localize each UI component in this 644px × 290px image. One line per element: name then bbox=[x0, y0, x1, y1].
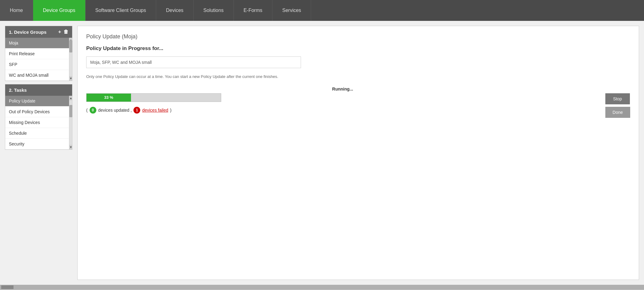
top-navigation: Home Device Groups Software Client Group… bbox=[0, 0, 644, 21]
progress-left: Running... 33 % ( 0 devices updated , 1 … bbox=[86, 87, 599, 114]
progress-label: Running... bbox=[86, 87, 599, 91]
status-line: ( 0 devices updated , 1 devices failed ) bbox=[86, 107, 599, 114]
sidebar-item-missing-devices[interactable]: Missing Devices bbox=[5, 117, 69, 128]
devices-failed-link[interactable]: devices failed bbox=[142, 108, 168, 113]
nav-devices[interactable]: Devices bbox=[156, 0, 194, 21]
sidebar-section2-title: 2. Tasks bbox=[9, 87, 27, 93]
scroll-up-arrow2[interactable]: ▲ bbox=[69, 96, 72, 100]
stop-button[interactable]: Stop bbox=[605, 93, 630, 104]
sidebar-item-schedule[interactable]: Schedule bbox=[5, 128, 69, 139]
progress-bar-container: 33 % bbox=[86, 93, 221, 102]
bottom-scrollbar-thumb[interactable] bbox=[1, 285, 13, 289]
sidebar-section1-scrollbar[interactable]: ▲ ▼ bbox=[69, 38, 72, 81]
sidebar-item-wc-moja-small[interactable]: WC and MOJA small bbox=[5, 70, 69, 81]
nav-solutions[interactable]: Solutions bbox=[194, 0, 234, 21]
scroll-thumb[interactable] bbox=[69, 40, 72, 52]
sidebar-section2-header: 2. Tasks bbox=[5, 84, 72, 96]
sidebar-section1-icons: + 🗑 bbox=[58, 29, 68, 35]
done-button[interactable]: Done bbox=[605, 107, 630, 118]
nav-home[interactable]: Home bbox=[0, 0, 33, 21]
sidebar-section1-list: Moja Print Release SFP WC and MOJA small bbox=[5, 38, 69, 81]
scroll-down-arrow2[interactable]: ▼ bbox=[69, 145, 72, 149]
scroll-down-arrow[interactable]: ▼ bbox=[69, 76, 72, 81]
sidebar-section2-scrollbar[interactable]: ▲ ▼ bbox=[69, 96, 72, 149]
progress-bar-fill: 33 % bbox=[87, 94, 131, 102]
progress-text: 33 % bbox=[104, 95, 113, 100]
content-area: Policy Update (Moja) Policy Update in Pr… bbox=[77, 26, 639, 280]
status-middle: devices updated , bbox=[98, 108, 132, 113]
nav-e-forms[interactable]: E-Forms bbox=[234, 0, 272, 21]
nav-software-client-groups[interactable]: Software Client Groups bbox=[86, 0, 156, 21]
sidebar-section-device-groups: 1. Device Groups + 🗑 Moja Print Release … bbox=[5, 26, 72, 81]
sidebar-item-policy-update[interactable]: Policy Update bbox=[5, 96, 69, 106]
policy-note: Only one Policy Update can occur at a ti… bbox=[86, 74, 295, 80]
content-subtitle: Policy Update in Progress for... bbox=[86, 45, 630, 52]
sidebar-section1-scroll-wrapper: Moja Print Release SFP WC and MOJA small… bbox=[5, 38, 72, 81]
sidebar-item-sfp[interactable]: SFP bbox=[5, 59, 69, 70]
action-buttons: Stop Done bbox=[605, 93, 630, 118]
sidebar-item-security[interactable]: Security bbox=[5, 139, 69, 149]
sidebar-section1-header: 1. Device Groups + 🗑 bbox=[5, 26, 72, 38]
delete-icon[interactable]: 🗑 bbox=[64, 29, 68, 35]
nav-services[interactable]: Services bbox=[272, 0, 311, 21]
devices-updated-badge: 0 bbox=[90, 107, 96, 114]
content-title: Policy Update (Moja) bbox=[86, 33, 630, 40]
sidebar-section-tasks: 2. Tasks Policy Update Out of Policy Dev… bbox=[5, 84, 72, 150]
sidebar-item-print-release[interactable]: Print Release bbox=[5, 48, 69, 59]
status-prefix: ( bbox=[86, 108, 88, 113]
main-container: 1. Device Groups + 🗑 Moja Print Release … bbox=[0, 21, 644, 285]
nav-device-groups[interactable]: Device Groups bbox=[33, 0, 86, 21]
status-suffix: ) bbox=[170, 108, 172, 113]
sidebar-section2-list: Policy Update Out of Policy Devices Miss… bbox=[5, 96, 69, 149]
sidebar-section1-title: 1. Device Groups bbox=[9, 29, 47, 35]
sidebar: 1. Device Groups + 🗑 Moja Print Release … bbox=[5, 26, 72, 280]
sidebar-section2-scroll-wrapper: Policy Update Out of Policy Devices Miss… bbox=[5, 96, 72, 149]
scroll-thumb2[interactable] bbox=[69, 105, 72, 117]
sidebar-item-out-of-policy[interactable]: Out of Policy Devices bbox=[5, 106, 69, 117]
bottom-scrollbar[interactable] bbox=[0, 285, 644, 290]
policy-targets-input[interactable] bbox=[86, 56, 301, 68]
add-icon[interactable]: + bbox=[58, 29, 61, 35]
devices-failed-badge: 1 bbox=[133, 107, 140, 114]
sidebar-item-moja[interactable]: Moja bbox=[5, 38, 69, 48]
progress-section: Running... 33 % ( 0 devices updated , 1 … bbox=[86, 87, 630, 118]
